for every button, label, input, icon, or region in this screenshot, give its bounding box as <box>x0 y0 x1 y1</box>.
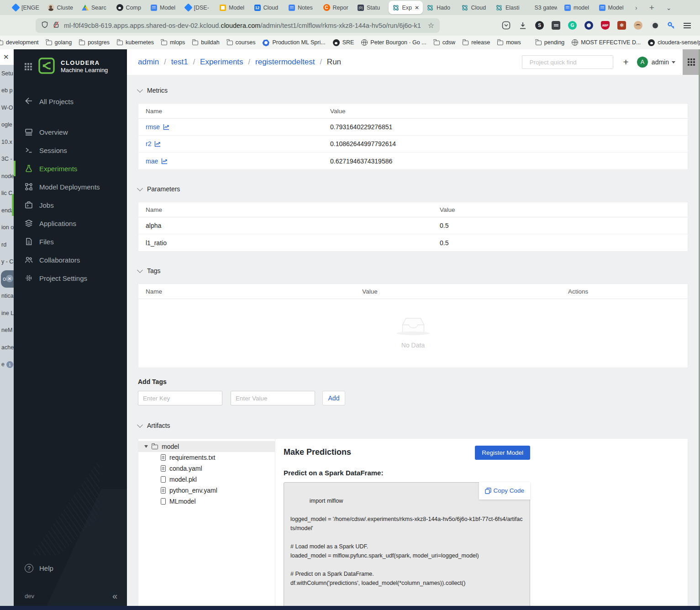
extension-face-icon[interactable] <box>634 21 642 30</box>
bookmark-item[interactable]: pending <box>536 39 565 46</box>
browser-tab[interactable]: Model <box>216 0 251 15</box>
sidebar-collapse-icon[interactable]: « <box>112 591 116 601</box>
extension-s-icon[interactable] <box>535 21 544 30</box>
okta-icon[interactable] <box>584 21 593 30</box>
browser-tab[interactable]: Comp <box>113 0 147 15</box>
bookmark-star-icon[interactable]: ☆ <box>428 21 434 30</box>
list-item-selected[interactable]: ou✕ <box>1 270 14 288</box>
metric-link[interactable]: r2 <box>146 140 161 147</box>
list-item[interactable]: neM <box>0 322 14 339</box>
list-item[interactable]: y - C <box>0 253 14 271</box>
browser-tab[interactable]: Repor <box>320 0 354 15</box>
tree-folder-model[interactable]: model <box>138 441 275 452</box>
extension-card-icon[interactable] <box>552 21 560 30</box>
bookmark-item[interactable]: Production ML Spri... <box>263 39 325 46</box>
grammarly-icon[interactable] <box>568 21 577 30</box>
browser-tab[interactable]: Searc <box>78 0 113 15</box>
copy-code-button[interactable]: Copy Code <box>479 482 530 500</box>
bookmark-item[interactable]: courses <box>227 39 256 46</box>
darkreader-icon[interactable] <box>650 21 659 30</box>
list-item[interactable]: ntica <box>0 288 14 305</box>
browser-tab[interactable]: Hado <box>423 0 458 15</box>
all-projects-link[interactable]: All Projects <box>25 97 127 106</box>
browser-tab[interactable]: [ENGE <box>9 0 44 15</box>
search-input[interactable] <box>530 59 611 66</box>
help-link[interactable]: ? Help <box>25 564 116 573</box>
insecure-lock-icon[interactable] <box>53 21 60 30</box>
sidebar-item-collaborators[interactable]: Collaborators <box>14 251 127 269</box>
browser-tab[interactable]: Cloud <box>251 0 285 15</box>
list-item[interactable]: Setu <box>0 65 14 82</box>
bookmark-item[interactable]: buildah <box>192 39 219 46</box>
browser-tab[interactable]: Cloud <box>458 0 492 15</box>
sidebar-item-experiments[interactable]: Experiments <box>14 159 127 178</box>
add-tag-button[interactable]: Add <box>322 391 345 405</box>
browser-tab[interactable]: model <box>561 0 595 15</box>
metric-link[interactable]: rmse <box>146 123 169 131</box>
browser-tab[interactable]: S3 gatewa <box>526 0 561 15</box>
list-item[interactable]: W-O <box>0 99 14 116</box>
close-icon[interactable]: ✕ <box>6 275 13 282</box>
tree-file[interactable]: python_env.yaml <box>138 485 275 496</box>
bookmark-item[interactable]: MOST EFFECTIVE D... <box>572 39 641 46</box>
list-item[interactable]: 10.x <box>0 133 14 151</box>
sidebar-item-applications[interactable]: Applications <box>14 214 127 232</box>
url-bar[interactable]: ml-f0f49cb8-619.apps.apps.shared-os-dev-… <box>36 18 440 33</box>
sidebar-item-project-settings[interactable]: Project Settings <box>14 269 127 287</box>
adblock-icon[interactable] <box>601 21 610 30</box>
bookmark-item[interactable]: development <box>0 39 39 46</box>
tree-file[interactable]: conda.yaml <box>138 463 275 474</box>
register-model-button[interactable]: Register Model <box>475 446 530 460</box>
bookmark-item[interactable]: mows <box>497 39 521 46</box>
tree-file[interactable]: model.pkl <box>138 474 275 485</box>
sidebar-item-jobs[interactable]: Jobs <box>14 196 127 214</box>
list-item[interactable]: 3C - <box>0 151 14 168</box>
chevron-down-icon[interactable] <box>672 61 675 63</box>
tag-value-input[interactable] <box>231 391 315 405</box>
apps-grid-button[interactable] <box>683 49 700 75</box>
browser-tab[interactable]: Cluste <box>44 0 79 15</box>
key-icon[interactable] <box>667 21 676 30</box>
spark-code-block[interactable]: import mlflow logged_model = '/home/cdsw… <box>284 482 530 610</box>
bookmark-item[interactable]: kubernetes <box>117 39 154 46</box>
project-quick-find[interactable] <box>522 55 613 69</box>
bookmark-item[interactable]: cloudera-sense/pre... <box>648 39 700 46</box>
browser-tab[interactable]: Notes <box>285 0 320 15</box>
bookmark-item[interactable]: Peter Bourgon · Go ... <box>361 39 426 46</box>
close-icon[interactable]: ✕ <box>0 49 14 65</box>
browser-tab[interactable]: Model <box>595 0 630 15</box>
download-icon[interactable] <box>518 21 527 30</box>
collapse-chevron-icon[interactable] <box>137 422 143 428</box>
tab-overflow-icon[interactable]: › <box>635 4 637 11</box>
shield-icon[interactable] <box>41 21 48 30</box>
bookmark-item[interactable]: postgres <box>79 39 110 46</box>
tree-file[interactable]: requirements.txt <box>138 452 275 463</box>
menu-icon[interactable] <box>684 23 691 28</box>
breadcrumb-link[interactable]: admin <box>138 58 159 67</box>
bookmark-item[interactable]: release <box>463 39 490 46</box>
browser-tab-active[interactable]: Exp ✕ <box>389 1 423 14</box>
sidebar-item-files[interactable]: Files <box>14 232 127 251</box>
bookmark-item[interactable]: golang <box>46 39 72 46</box>
tree-file[interactable]: MLmodel <box>138 496 275 507</box>
list-item[interactable]: ogle <box>0 116 14 134</box>
collapse-chevron-icon[interactable] <box>137 87 143 93</box>
browser-tab[interactable]: Model <box>147 0 182 15</box>
list-item[interactable]: ion o <box>0 219 14 237</box>
bookmark-item[interactable]: SRE <box>333 39 354 46</box>
list-item[interactable]: rd <box>0 236 14 253</box>
sidebar-item-model-deployments[interactable]: Model Deployments <box>14 178 127 196</box>
bookmark-item[interactable]: cdsw <box>434 39 455 46</box>
browser-tab[interactable]: Statu <box>354 0 389 15</box>
new-project-button[interactable]: + <box>623 57 629 68</box>
avatar[interactable]: A <box>637 57 648 68</box>
sidebar-item-overview[interactable]: Overview <box>14 123 127 141</box>
list-item[interactable]: ine L <box>0 305 14 322</box>
breadcrumb-link[interactable]: Experiments <box>200 58 243 67</box>
metric-link[interactable]: mae <box>146 158 168 165</box>
list-item[interactable]: eb p <box>0 82 14 100</box>
user-menu[interactable]: admin <box>652 58 669 66</box>
list-item[interactable]: node <box>0 168 14 185</box>
list-item[interactable]: e1 <box>0 356 14 373</box>
sidebar-item-sessions[interactable]: Sessions <box>14 141 127 159</box>
